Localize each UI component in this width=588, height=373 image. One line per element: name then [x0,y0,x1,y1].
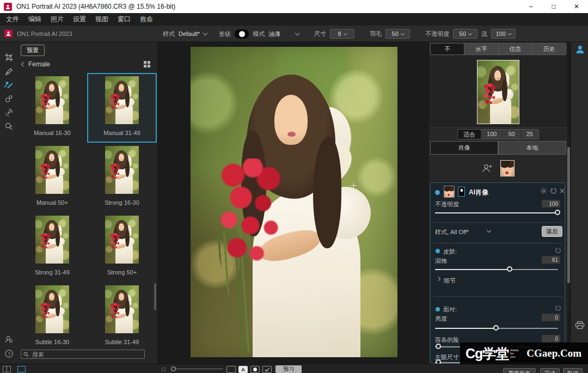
pane-enabled-dot[interactable] [435,190,440,195]
favorite-heart-icon[interactable]: ♡ [132,217,138,224]
tab-portrait[interactable]: 肖像 [430,141,498,155]
view-tab-history[interactable]: 历史 [532,44,566,54]
zoom-pan-tool-icon[interactable] [3,121,14,132]
minimize-button[interactable]: – [519,0,542,13]
preset-item[interactable]: Subtle 16-30 [17,282,87,352]
favorite-heart-icon[interactable]: ♡ [132,77,138,84]
scrollbar-thumb[interactable] [567,147,570,283]
retouch-brush-icon[interactable] [3,66,14,77]
slider-knob[interactable] [507,266,512,272]
single-view-icon[interactable] [17,366,26,372]
preset-item[interactable]: ♡ Strong 50+ [87,212,157,282]
search-box[interactable] [21,350,145,359]
mask-thumbnail[interactable] [458,187,465,197]
face-reset-icon[interactable] [555,305,561,311]
mode-dropdown[interactable]: 油漆 [268,30,280,38]
help-icon[interactable]: ? [3,348,14,359]
chevron-right-icon[interactable] [436,277,440,281]
cancel-button[interactable]: 取消 [563,368,583,373]
blur-smudge-tool-icon[interactable] [3,107,14,118]
presets-scrollbar[interactable] [154,283,156,310]
view-tab-info[interactable]: 信息 [499,44,532,54]
check-toggle-icon[interactable] [262,366,272,373]
done-button[interactable]: 完成 [540,368,560,373]
face-paint-tool-icon[interactable] [3,80,14,90]
after-button[interactable]: 落后 [542,226,562,237]
tab-local[interactable]: 本地 [498,141,566,155]
zoom-fit-button[interactable]: 适合 [458,130,481,139]
search-input[interactable] [31,351,134,358]
print-icon[interactable] [575,321,585,329]
slider-knob[interactable] [436,344,441,349]
portrait-panel-icon[interactable] [575,45,585,54]
ai-opacity-value[interactable]: 100 [542,200,560,207]
preset-item[interactable]: Manual 16-30 [17,73,87,143]
maximize-button[interactable]: □ [542,0,565,13]
gear-icon[interactable] [540,187,547,194]
mask-bw-icon[interactable] [250,366,260,373]
slider-knob[interactable] [555,210,560,215]
feather-input[interactable]: 50 [385,29,410,39]
style-dropdown[interactable]: Default* [179,30,200,37]
preset-thumbnail[interactable] [35,216,69,264]
chevron-left-icon[interactable] [20,61,26,68]
image-canvas[interactable] [158,42,429,364]
view-tab-levels[interactable]: 水平 [464,44,498,54]
brightness-slider[interactable] [435,328,558,329]
preset-item[interactable]: Strong 31-49 [17,212,87,282]
main-photo[interactable] [191,47,397,357]
view-tab-none[interactable]: 不 [431,44,464,54]
text-overlay-icon[interactable]: A [238,366,248,373]
preset-item[interactable]: Subtle 31-49 [87,282,157,352]
preset-thumbnail[interactable] [35,146,69,194]
menu-help[interactable]: 救命 [139,14,154,25]
compare-slider-knob[interactable] [171,366,176,371]
retouch-slider[interactable] [435,269,558,270]
menu-edit[interactable]: 编辑 [27,14,42,25]
skin-enabled-dot[interactable] [436,249,440,253]
details-disclosure[interactable]: 细节 [444,277,456,285]
close-pane-icon[interactable] [559,188,565,194]
retouch-value[interactable]: 61 [542,256,560,264]
skin-reset-icon[interactable] [555,247,561,254]
brightness-value[interactable]: 0 [542,314,560,321]
presets-tab[interactable]: 预置 [21,45,45,56]
slider-knob[interactable] [493,325,499,331]
slim-face-value[interactable]: 0 [542,335,560,343]
zoom-25-button[interactable]: 25 [521,130,538,139]
preset-item[interactable]: Manual 50+ [17,143,87,212]
chevron-down-icon[interactable] [203,30,207,35]
grid-view-icon[interactable] [144,61,150,68]
reset-all-button[interactable]: 重置所有 [503,368,536,373]
preset-item[interactable]: Strong 16-30 [87,143,157,212]
pane-face-thumbnail[interactable] [444,186,455,198]
preset-thumbnail[interactable] [105,146,139,194]
zoom-50-button[interactable]: 50 [503,130,520,139]
close-button[interactable]: ✕ [565,0,588,13]
preset-thumbnail[interactable] [35,76,69,124]
preview-button[interactable]: 预习 [275,365,302,373]
compare-slider[interactable] [173,369,223,369]
ai-style-dropdown[interactable]: 样式, All Off* [435,228,469,236]
panel-scrollbar[interactable] [567,136,570,308]
preset-thumbnail[interactable] [105,285,139,333]
opacity-input[interactable]: 50 [453,29,477,39]
face-detect-icon[interactable] [3,334,14,345]
preset-category[interactable]: Female [28,60,50,68]
navigator-thumbnail[interactable] [477,60,519,124]
chevron-down-icon[interactable] [295,30,299,35]
dual-view-icon[interactable] [3,366,11,372]
menu-file[interactable]: 文件 [5,14,20,25]
face-enabled-dot[interactable] [436,307,440,311]
preset-item-selected[interactable]: ♡ Manual 31-49 [87,73,157,143]
compare-swatch-icon[interactable] [162,368,166,371]
face-thumbnail[interactable] [500,160,514,176]
crop-tool-icon[interactable] [3,52,14,63]
menu-view[interactable]: 视图 [94,14,109,25]
add-face-icon[interactable] [482,163,494,173]
clone-stamp-icon[interactable] [3,93,14,104]
menu-photo[interactable]: 照片 [50,14,65,25]
preset-thumbnail[interactable] [35,285,69,333]
menu-settings[interactable]: 设置 [72,14,87,25]
mask-view-icon[interactable] [226,366,236,373]
